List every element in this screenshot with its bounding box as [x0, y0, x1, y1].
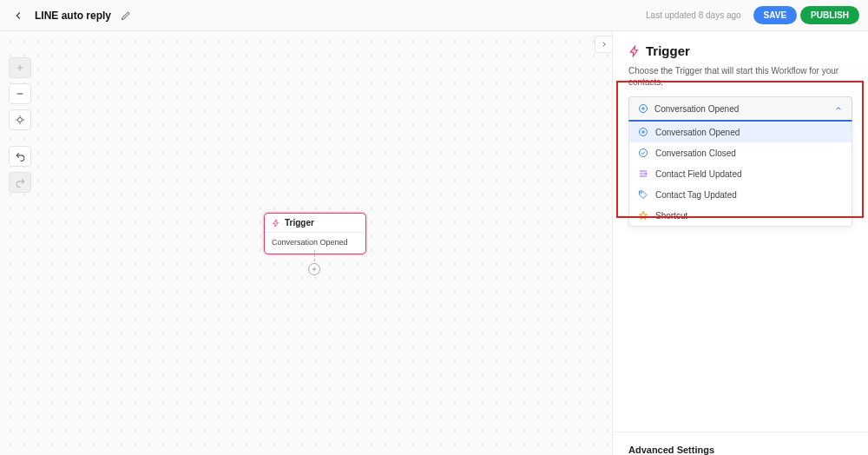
redo-icon	[15, 177, 26, 188]
redo-button[interactable]	[9, 172, 31, 193]
tag-icon	[638, 189, 648, 200]
field-icon	[638, 168, 648, 179]
option-label: Conversation Closed	[655, 148, 736, 158]
last-updated-text: Last updated 8 days ago	[646, 10, 741, 20]
plus-circle-icon	[638, 127, 648, 137]
publish-button[interactable]: PUBLISH	[800, 6, 859, 24]
option-label: Contact Tag Updated	[655, 190, 737, 200]
option-label: Conversation Opened	[655, 128, 740, 137]
panel-collapse-handle[interactable]	[595, 36, 612, 53]
svg-point-0	[18, 118, 23, 122]
trigger-node-title: Trigger	[285, 218, 314, 228]
add-step-button[interactable]	[308, 263, 320, 275]
option-label: Shortcut	[655, 211, 687, 221]
chevron-right-icon	[600, 40, 608, 49]
advanced-settings-header[interactable]: Advanced Settings	[613, 432, 868, 455]
side-panel: Trigger Choose the Trigger that will sta…	[612, 31, 868, 455]
chevron-up-icon	[834, 104, 843, 113]
canvas[interactable]: Trigger Conversation Opened	[0, 31, 612, 455]
zoom-in-button[interactable]	[9, 57, 31, 78]
panel-title-text: Trigger	[646, 43, 690, 58]
topbar: LINE auto reply Last updated 8 days ago …	[0, 0, 868, 31]
plus-circle-icon	[638, 103, 648, 114]
pencil-icon	[121, 10, 131, 21]
target-icon	[15, 115, 25, 125]
recenter-button[interactable]	[9, 109, 31, 130]
svg-point-3	[640, 149, 648, 157]
trigger-option-conversation-opened[interactable]: Conversation Opened	[629, 122, 852, 142]
svg-point-5	[641, 192, 641, 193]
trigger-select-value: Conversation Opened	[654, 104, 828, 114]
edit-title-button[interactable]	[116, 6, 135, 25]
shortcut-icon	[638, 210, 648, 221]
bolt-icon	[272, 219, 280, 228]
trigger-select-menu: Conversation Opened Conversation Closed	[628, 122, 852, 227]
back-button[interactable]	[9, 6, 28, 25]
option-label: Contact Field Updated	[655, 169, 742, 179]
canvas-toolbar	[9, 57, 33, 193]
trigger-option-conversation-closed[interactable]: Conversation Closed	[629, 142, 852, 163]
undo-icon	[15, 151, 26, 162]
trigger-node-header: Trigger	[265, 214, 365, 233]
main: Trigger Conversation Opened Trigger Choo…	[0, 31, 868, 455]
svg-point-4	[645, 173, 647, 175]
trigger-select: Conversation Opened Conversation Opened	[628, 96, 852, 227]
zoom-out-button[interactable]	[9, 83, 31, 104]
check-circle-icon	[638, 148, 648, 158]
trigger-option-shortcut[interactable]: Shortcut	[629, 205, 852, 226]
bolt-icon	[628, 45, 641, 57]
trigger-select-control[interactable]: Conversation Opened	[628, 96, 852, 122]
trigger-option-contact-tag-updated[interactable]: Contact Tag Updated	[629, 184, 852, 205]
panel-title: Trigger	[628, 43, 852, 58]
plus-small-icon	[311, 266, 318, 273]
arrow-left-icon	[12, 10, 24, 22]
trigger-option-contact-field-updated[interactable]: Contact Field Updated	[629, 163, 852, 184]
minus-icon	[15, 89, 25, 99]
workflow-title: LINE auto reply	[35, 10, 111, 22]
plus-icon	[15, 63, 25, 73]
trigger-node[interactable]: Trigger Conversation Opened	[264, 213, 366, 254]
save-button[interactable]: SAVE	[753, 6, 798, 24]
undo-button[interactable]	[9, 146, 31, 167]
panel-description: Choose the Trigger that will start this …	[628, 65, 852, 88]
